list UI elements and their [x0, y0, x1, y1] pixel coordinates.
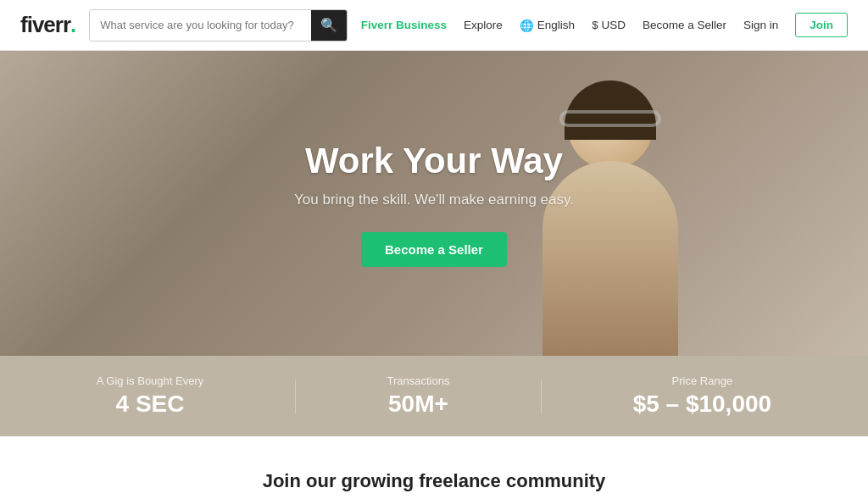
stats-bar: A Gig is Bought Every 4 SEC Transactions…: [0, 356, 868, 436]
hero-content: Work Your Way You bring the skill. We'll…: [260, 141, 608, 267]
community-section: Join our growing freelance community I a…: [0, 436, 868, 499]
nav-currency[interactable]: $ USD: [592, 19, 626, 31]
search-button[interactable]: 🔍: [311, 10, 347, 41]
logo-dot: .: [70, 12, 75, 38]
main-nav: Fiverr Business Explore 🌐 English $ USD …: [361, 13, 848, 37]
hero-title: Work Your Way: [294, 141, 574, 181]
logo[interactable]: fiverr.: [20, 12, 75, 38]
stat-price-value: $5 – $10,000: [633, 391, 772, 418]
stat-transactions-value: 50M+: [387, 391, 449, 418]
join-button[interactable]: Join: [795, 13, 848, 37]
nav-language[interactable]: 🌐 English: [520, 19, 575, 32]
header: fiverr. 🔍 Fiverr Business Explore 🌐 Engl…: [0, 0, 868, 51]
search-input[interactable]: [90, 10, 310, 41]
globe-icon: 🌐: [520, 19, 534, 32]
stat-price: Price Range $5 – $10,000: [633, 374, 772, 418]
search-bar: 🔍: [89, 9, 347, 42]
stat-transactions-label: Transactions: [387, 374, 449, 387]
stat-divider-2: [541, 380, 542, 413]
stat-gig-value: 4 SEC: [97, 391, 203, 418]
nav-explore[interactable]: Explore: [464, 19, 503, 31]
stat-transactions: Transactions 50M+: [387, 374, 449, 418]
nav-become-seller[interactable]: Become a Seller: [643, 19, 726, 31]
search-icon: 🔍: [320, 17, 337, 33]
stat-gig-label: A Gig is Bought Every: [97, 374, 203, 387]
community-title: Join our growing freelance community: [51, 470, 817, 492]
logo-text: fiverr: [20, 12, 70, 38]
signin-button[interactable]: Sign in: [743, 19, 778, 31]
language-label: English: [537, 19, 575, 31]
hero-subtitle: You bring the skill. We'll make earning …: [294, 191, 574, 208]
stat-divider-1: [295, 380, 296, 413]
hero-section: Work Your Way You bring the skill. We'll…: [0, 51, 868, 356]
nav-fiverr-business[interactable]: Fiverr Business: [361, 19, 447, 31]
stat-gig: A Gig is Bought Every 4 SEC: [97, 374, 203, 418]
become-seller-button[interactable]: Become a Seller: [361, 232, 507, 267]
stat-price-label: Price Range: [633, 374, 772, 387]
